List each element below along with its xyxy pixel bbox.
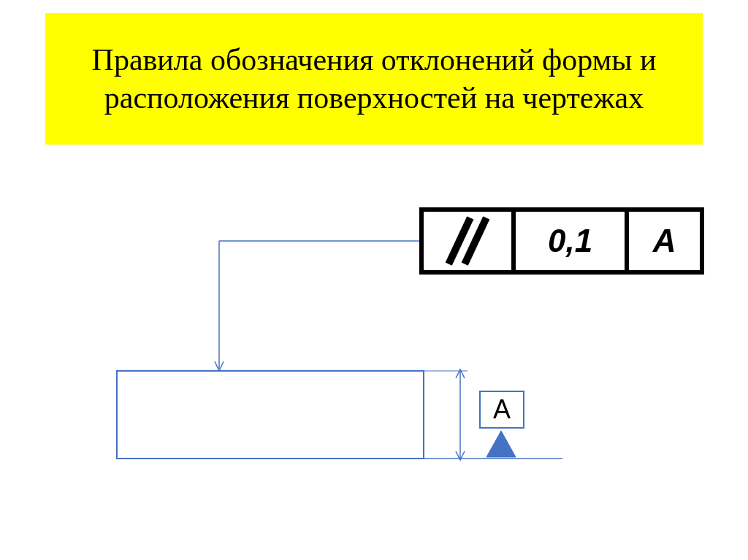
part-rectangle <box>117 371 424 459</box>
datum-triangle-icon <box>486 431 516 457</box>
title-banner: Правила обозначения отклонений формы и р… <box>45 13 703 145</box>
tolerance-datum-cell: A <box>629 212 700 270</box>
drawing-diagram <box>95 212 621 518</box>
tolerance-datum-ref: A <box>653 223 676 259</box>
datum-letter: А <box>493 394 511 425</box>
datum-label-box: А <box>479 391 524 429</box>
title-text: Правила обозначения отклонений формы и р… <box>60 41 688 118</box>
